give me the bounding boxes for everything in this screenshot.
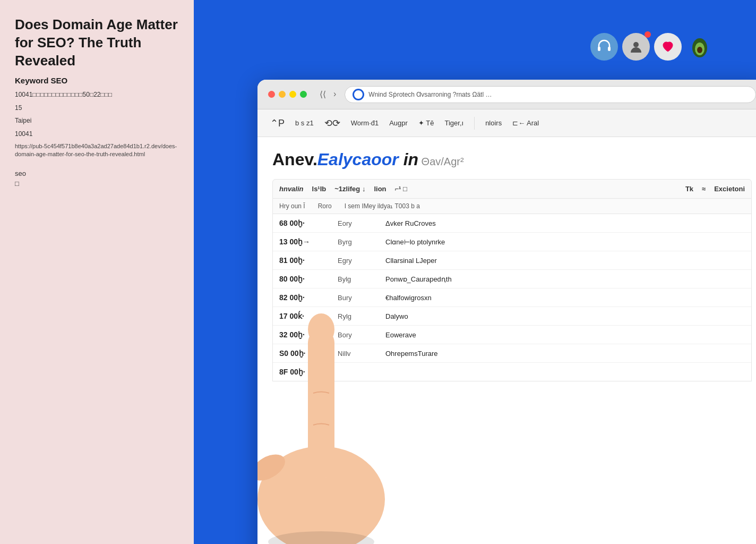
toolbar-item-nloirs[interactable]: nloirs (485, 119, 502, 127)
country-6: Rylg (338, 312, 385, 320)
top-bar (194, 0, 756, 93)
close-button[interactable] (268, 91, 275, 98)
th-lstb[interactable]: ls¹Ib (312, 185, 327, 193)
table-header: hnvalin ls¹Ib ~1zlifeg ↓ lion ⌐¹ □ Tk ≈ … (272, 179, 752, 199)
article-title: Does Domain Age Matter for SEO? The Trut… (15, 16, 179, 70)
table-row[interactable]: 32 00ḫ· Bory Eowerave (273, 326, 751, 344)
table-row[interactable]: 13 00ḫ→ Byrg Clɑne⊢lo ptolynrke (273, 233, 751, 251)
svg-point-5 (697, 47, 702, 53)
th-hnvalin[interactable]: hnvalin (279, 185, 304, 193)
table-sub-header: Hry oun Ī Roro I sem IMey ildya₁ T003 b … (272, 199, 752, 214)
keyword-3: Cllarsinal LJeper (385, 257, 492, 265)
site-security-icon (353, 89, 364, 100)
toolbar-item-worm[interactable]: Worm·đ1 (351, 119, 379, 127)
volume-3: 81 00ḫ· (279, 256, 338, 265)
table-row[interactable]: 81 00ḫ· Egry Cllarsinal LJeper (273, 251, 751, 270)
svg-point-2 (633, 42, 639, 47)
sub-desc: I sem IMey ildya₁ T003 b a (345, 202, 420, 210)
th-excietoni[interactable]: Excietoni (714, 185, 745, 193)
address-bar[interactable]: Wnind Sṗrotech Ɑvsarroning ?rnats Ωätl … (345, 86, 756, 103)
title-part1: Anev. (272, 150, 317, 169)
volume-4: 80 00ḫ· (279, 275, 338, 283)
th-zlifeg[interactable]: ~1zlifeg ↓ (334, 185, 365, 193)
country-3: Egry (338, 257, 385, 265)
browser-chrome: ⟨⟨ › Wnind Sṗrotech Ɑvsarroning ?rnats Ω… (257, 80, 756, 109)
sub-hry: Hry oun Ī (279, 202, 305, 210)
country-5: Bury (338, 294, 385, 302)
browser-navigation[interactable]: ⟨⟨ › (317, 87, 338, 101)
page-heading: Anev.Ealycaoor in Θav/Αgr² (272, 150, 752, 169)
fullscreen-button[interactable] (300, 91, 307, 98)
user-icon[interactable] (622, 33, 650, 61)
table-row[interactable]: 80 00ḫ· Bylg Ponwɒ_Caurapedꞑth (273, 270, 751, 288)
fullscreen-button-left[interactable] (289, 91, 296, 98)
th-tk[interactable]: Tk (685, 185, 693, 193)
svg-rect-0 (598, 47, 600, 51)
minimize-button[interactable] (279, 91, 286, 98)
table-row[interactable]: S0 00ḫ· Nillv OhrepemsTurare (273, 344, 751, 363)
traffic-lights (268, 91, 307, 98)
country-7: Bory (338, 331, 385, 339)
toolbar-separator (474, 117, 475, 130)
top-icons-group (590, 33, 714, 61)
avocado-icon[interactable] (686, 33, 714, 61)
keyword-6: Dalywo (385, 312, 492, 320)
keyword-8: OhrepemsTurare (385, 350, 492, 358)
volume-6: 17 00ḱ· (279, 312, 338, 320)
toolbar-item-aral[interactable]: ⊏← Αral (512, 119, 539, 127)
notification-dot (645, 31, 651, 38)
browser-window: ⟨⟨ › Wnind Sṗrotech Ɑvsarroning ?rnats Ω… (257, 80, 756, 544)
keyword-2: Clɑne⊢lo ptolynrke (385, 238, 492, 246)
meta-line1: 10041□□□□□□□□□□□□□50□22□□□ (15, 89, 179, 100)
country-4: Bylg (338, 275, 385, 283)
keyword-7: Eowerave (385, 331, 492, 339)
address-text[interactable]: Wnind Sṗrotech Ɑvsarroning ?rnats Ωätl … (368, 91, 748, 98)
heart-icon[interactable] (654, 33, 682, 61)
th-lion[interactable]: lion (374, 185, 386, 193)
toolbar-item-te[interactable]: ✦ Tē (418, 119, 434, 127)
main-area: ⟨⟨ › Wnind Sṗrotech Ɑvsarroning ?rnats Ω… (194, 0, 756, 544)
back-button[interactable]: ⟨⟨ (317, 87, 328, 101)
sub-roro: Roro (318, 202, 332, 210)
toolbar-icon-1[interactable]: ⌃P (270, 117, 285, 129)
country-1: Eory (338, 219, 385, 227)
svg-rect-1 (608, 47, 611, 51)
table-row[interactable]: 68 00ḫ· Eory Δvker RuCroves (273, 214, 751, 233)
keyword-1: Δvker RuCroves (385, 219, 492, 227)
title-part4: Θav/Αgr² (418, 156, 464, 167)
volume-1: 68 00ḫ· (279, 219, 338, 227)
country-2: Byrg (338, 238, 385, 246)
th-arrow[interactable]: ⌐¹ □ (395, 185, 407, 193)
article-category: Keyword SEO (15, 76, 179, 85)
title-part2: Ealycaoor (317, 150, 399, 169)
table-body: 68 00ḫ· Eory Δvker RuCroves 13 00ḫ→ Byrg… (272, 214, 752, 381)
volume-2: 13 00ḫ→ (279, 237, 338, 246)
volume-5: 82 00ḫ· (279, 293, 338, 302)
table-row[interactable]: 82 00ḫ· Bury €halfowigrosxn (273, 288, 751, 307)
keyword-5: €halfowigrosxn (385, 294, 492, 302)
toolbar-icon-refresh[interactable]: ⟲⟳ (324, 117, 340, 129)
toolbar-item-augpr[interactable]: Augpr (389, 119, 408, 127)
volume-7: 32 00ḫ· (279, 330, 338, 339)
tag-icon: □ (15, 180, 19, 188)
meta-line4: 10041 (15, 129, 179, 139)
th-approx[interactable]: ≈ (702, 185, 706, 193)
article-tag: seo (15, 169, 179, 177)
meta-line2: 15 (15, 103, 179, 113)
keyword-4: Ponwɒ_Caurapedꞑth (385, 275, 492, 283)
sidebar: Does Domain Age Matter for SEO? The Trut… (0, 0, 194, 544)
article-url: https://pub-5c454f571b8e40a3a2ad27ade84d… (15, 142, 179, 159)
browser-toolbar: ⌃P b s z1 ⟲⟳ Worm·đ1 Augpr ✦ Tē Tiger,ı … (257, 109, 756, 137)
meta-city: Taipei (15, 115, 179, 126)
toolbar-item-tiger[interactable]: Tiger,ı (444, 119, 463, 127)
forward-button[interactable]: › (331, 87, 338, 101)
table-row[interactable]: 17 00ḱ· Rylg Dalywo (273, 307, 751, 326)
table-row[interactable]: 8F 00ḫ· (273, 363, 751, 381)
volume-8: S0 00ḫ· (279, 349, 338, 358)
title-part3: in (399, 150, 418, 169)
page-content: Anev.Ealycaoor in Θav/Αgr² hnvalin ls¹Ib… (257, 137, 756, 544)
country-8: Nillv (338, 350, 385, 358)
headphones-icon[interactable] (590, 33, 618, 61)
volume-9: 8F 00ḫ· (279, 368, 338, 376)
toolbar-item-b[interactable]: b s z1 (295, 119, 314, 127)
